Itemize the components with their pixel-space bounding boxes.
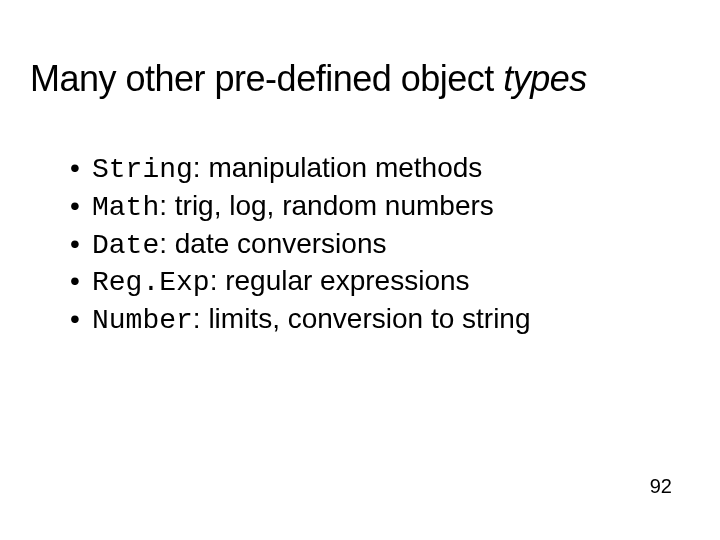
bullet-glyph: • <box>70 301 92 337</box>
page-title: Many other pre-defined object types <box>30 58 700 100</box>
bullet-list: •String: manipulation methods •Math: tri… <box>70 150 680 339</box>
bullet-desc: : limits, conversion to string <box>193 303 531 334</box>
list-item: •String: manipulation methods <box>70 150 680 188</box>
code-term: String <box>92 154 193 185</box>
code-term: Number <box>92 305 193 336</box>
slide: Many other pre-defined object types •Str… <box>0 0 720 540</box>
bullet-desc: : regular expressions <box>210 265 470 296</box>
title-italic: types <box>503 58 587 99</box>
list-item: •Math: trig, log, random numbers <box>70 188 680 226</box>
list-item: •Number: limits, conversion to string <box>70 301 680 339</box>
bullet-desc: : manipulation methods <box>193 152 483 183</box>
page-number: 92 <box>650 475 672 498</box>
bullet-glyph: • <box>70 150 92 186</box>
bullet-glyph: • <box>70 188 92 224</box>
bullet-desc: : date conversions <box>159 228 386 259</box>
bullet-glyph: • <box>70 226 92 262</box>
code-term: Math <box>92 192 159 223</box>
title-prefix: Many other pre-defined object <box>30 58 503 99</box>
bullet-desc: : trig, log, random numbers <box>159 190 494 221</box>
list-item: •Reg.Exp: regular expressions <box>70 263 680 301</box>
code-term: Reg.Exp <box>92 267 210 298</box>
code-term: Date <box>92 230 159 261</box>
list-item: •Date: date conversions <box>70 226 680 264</box>
bullet-glyph: • <box>70 263 92 299</box>
